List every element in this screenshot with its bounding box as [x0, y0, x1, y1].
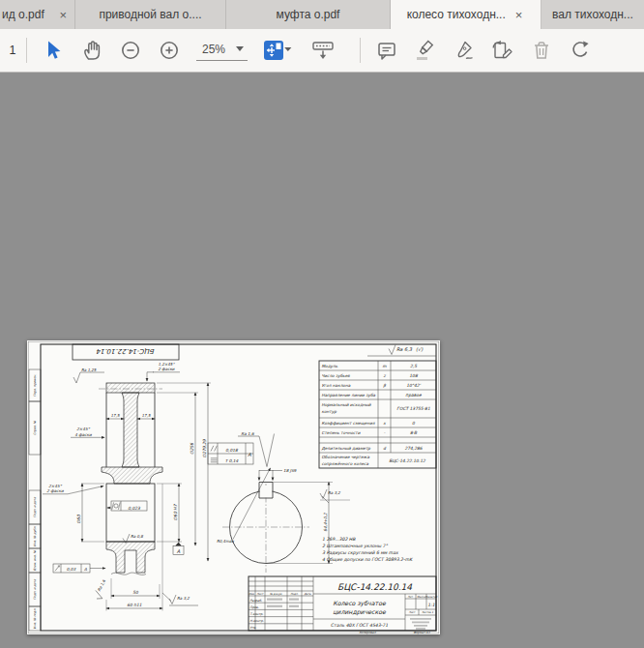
symmetry-value: T 0,14 [225, 458, 239, 463]
tab-mufta[interactable]: муфта o.pdf [226, 0, 391, 29]
tb-scale-value: 1:1 [427, 603, 434, 607]
table-label: Обозначение чертежа [322, 455, 370, 459]
chevron-down-icon [236, 46, 244, 51]
tab-label: ид o.pdf [2, 8, 44, 21]
pdf-page: Перв. примен. Справ. № Подп. и дата Инв.… [27, 340, 440, 634]
toolbar: 1 25% [0, 29, 644, 73]
table-label: Коэффициент смещения [322, 421, 375, 426]
chamfer-2-faski: 2 фаски [46, 488, 64, 493]
note-line: 2 Штамповочные уклоны 7° [322, 544, 388, 548]
dim-50: 50 [132, 590, 139, 595]
close-icon[interactable]: × [57, 9, 69, 21]
gear-parameter-table: Ra 6,3 (√) Модуль Число зубьев [319, 345, 436, 469]
table-value: 108 [409, 373, 419, 378]
zoom-level-value: 25% [202, 43, 225, 56]
zoom-in-icon [158, 39, 181, 62]
scroll-mode-button[interactable] [304, 34, 342, 67]
highlight-button[interactable] [406, 34, 445, 67]
margin-label: Перв. примен. [33, 374, 37, 397]
rotate-button[interactable] [561, 34, 600, 67]
gear-front-view [99, 383, 162, 574]
comment-button[interactable] [367, 34, 406, 67]
margin-label: Инв. № подл. [33, 608, 37, 629]
table-label: Число зубьев [322, 373, 351, 378]
dim-17-5-left: 17,5 [111, 413, 120, 418]
tb-col: Подп. [290, 592, 298, 596]
runout-value: 0,03 [67, 567, 76, 572]
tb-sheet: Лист [409, 611, 416, 614]
tb-mass: Масса [417, 596, 425, 599]
divider [360, 38, 361, 63]
edit-page-icon [490, 39, 515, 62]
table-label: Делительный диаметр [322, 446, 371, 451]
trash-icon [530, 39, 553, 62]
zoom-in-button[interactable] [150, 34, 189, 67]
hand-icon [80, 39, 103, 62]
dim-d279: ∅279,29 [202, 438, 207, 457]
note-line: 4 Общие допуски по ГОСТ 30893.2-mK [322, 557, 413, 562]
tb-col: Дата [305, 592, 311, 596]
note-line: 3 Радиусы скруглений 6 мм max [322, 550, 399, 555]
table-label: Направление линии зуба [322, 393, 376, 398]
table-symbol: β [383, 383, 386, 388]
table-value: 0 [412, 421, 416, 426]
zoom-level-dropdown[interactable]: 25% [196, 41, 248, 61]
margin-label: Справ. № [33, 420, 37, 435]
tb-signer: Пров. [250, 605, 259, 609]
parallelism-value: 0,018 [225, 448, 239, 453]
page-fit-dropdown[interactable] [255, 34, 304, 67]
table-label: контур [322, 409, 337, 414]
tb-sheets: Листов 1 [422, 611, 434, 614]
sign-button[interactable] [445, 34, 483, 67]
document-canvas[interactable]: Перв. примен. Справ. № Подп. и дата Инв.… [0, 74, 644, 648]
table-label: Модуль [322, 364, 338, 368]
table-label: Степень точности [322, 430, 361, 435]
hand-tool-button[interactable] [73, 34, 111, 67]
tab-privodnoy-val[interactable]: приводной вал o.... [75, 0, 226, 29]
tb-signer: Т.контр. [250, 612, 264, 616]
chamfer-2x45-low: 2×45° [48, 484, 63, 488]
tb-col: Лист [257, 592, 264, 596]
engineering-drawing: Перв. примен. Справ. № Подп. и дата Инв.… [27, 340, 440, 634]
roughness-ra125: Ra 1,25 [81, 368, 97, 372]
tab-label: приводной вал o.... [99, 8, 201, 21]
table-label: Нормальный исходный [322, 402, 371, 407]
tab-label: муфта o.pdf [277, 8, 340, 21]
cylindricity-frame: 0,023 [107, 501, 147, 511]
close-icon[interactable]: × [513, 9, 525, 21]
select-tool-button[interactable] [34, 34, 73, 67]
svg-text:Ra 1,6: Ra 1,6 [97, 578, 107, 592]
table-value: 10°42' [406, 383, 421, 388]
table-symbol: - [384, 430, 386, 435]
runout-datum: А [84, 567, 87, 572]
acrobat-window: ид o.pdf × приводной вал o.... муфта o.p… [0, 0, 644, 648]
margin-label: Инв. № дубл. [33, 526, 37, 546]
runout-frame: 0,03 А [53, 564, 105, 573]
delete-button[interactable] [522, 34, 561, 67]
zoom-out-icon [119, 39, 142, 62]
tolerance-datum: А [248, 452, 251, 457]
tb-scale-label: Масштаб [425, 595, 438, 599]
tab-koleso-tihohodnoe[interactable]: колесо тихоходн... × [391, 0, 542, 29]
dim-d60h7: ∅60 H7 [173, 503, 178, 520]
tab-vid[interactable]: ид o.pdf × [0, 0, 75, 29]
page-fit-icon [262, 39, 297, 62]
roughness-ra16-bottom: Ra 1,6 [93, 578, 111, 601]
tab-val-tihohodniy[interactable]: вал тихоходн... [542, 0, 644, 29]
chamfer-2x45: 2×45° [76, 427, 91, 431]
tab-label: колесо тихоходн... [407, 8, 506, 21]
cylindricity-value: 0,023 [128, 506, 141, 511]
tb-signer: Н.контр. [250, 619, 264, 623]
part-title-line1: Колесо зубчатое [333, 600, 387, 607]
margin-label: Подп. и дата [33, 579, 37, 600]
format-label: Формат А3 [413, 631, 430, 634]
zoom-out-button[interactable] [111, 34, 150, 67]
tb-signer: Утв. [250, 626, 257, 630]
general-roughness: Ra 6,3 [396, 346, 413, 352]
page-number-input[interactable]: 1 [6, 44, 19, 57]
dim-60h11: 60 h11 [127, 603, 142, 607]
general-roughness-alt: (√) [416, 346, 424, 352]
table-value: 8-B [410, 430, 418, 435]
fill-and-sign-button[interactable] [483, 34, 522, 67]
note-line: 1 269...302 НВ [322, 537, 356, 542]
